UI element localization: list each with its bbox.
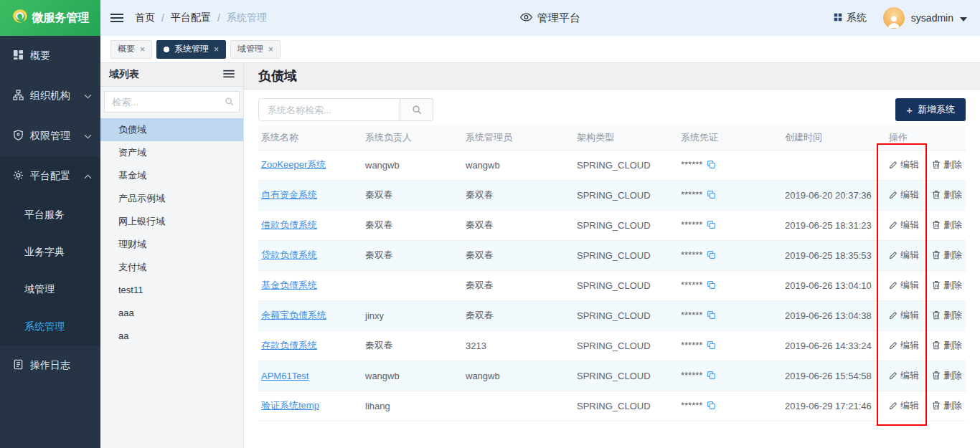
domain-list: 负债域资产域基金域产品示例域网上银行域理财域支付域test11aaaaa [100, 118, 243, 348]
table-header-row: 系统名称系统负责人系统管理员架构类型系统凭证创建时间操作 [258, 125, 966, 150]
domain-list-item[interactable]: 理财域 [100, 233, 243, 256]
domain-list-item[interactable]: 资产域 [100, 141, 243, 164]
grid-icon [834, 12, 842, 24]
app-title: 微服务管理 [32, 11, 90, 26]
system-name-link[interactable]: 存款负债系统 [261, 340, 317, 351]
column-header: 架构类型 [574, 125, 678, 150]
panel-menu-icon[interactable] [223, 69, 235, 80]
sidebar-item-business-dictionary[interactable]: 业务字典 [0, 234, 100, 271]
sidebar-item-permissions[interactable]: 权限管理 [0, 116, 100, 156]
system-search-input[interactable] [258, 98, 400, 121]
edit-button[interactable]: 编辑 [889, 309, 919, 322]
breadcrumb-home[interactable]: 首页 [135, 11, 155, 24]
system-name-link[interactable]: APM61Test [261, 371, 308, 381]
copy-icon[interactable] [707, 340, 716, 352]
systems-table-body: ZooKeeper系统wangwbwangwbSPRING_CLOUD*****… [258, 150, 966, 421]
copy-icon[interactable] [707, 160, 716, 171]
edit-button[interactable]: 编辑 [889, 219, 919, 232]
sidebar-item-overview[interactable]: 概要 [0, 36, 100, 76]
chevron-down-icon[interactable] [960, 12, 967, 24]
domain-search-input[interactable] [104, 91, 240, 113]
domain-list-item[interactable]: 基金域 [100, 164, 243, 187]
domain-list-item[interactable]: 产品示例域 [100, 187, 243, 210]
copy-icon[interactable] [707, 310, 716, 322]
sidebar-item-operation-log[interactable]: 操作日志 [0, 345, 100, 386]
plus-icon: + [906, 104, 913, 116]
table-cell-owner: jinxy [362, 300, 463, 330]
delete-button[interactable]: 删除 [932, 339, 962, 352]
edit-button[interactable]: 编辑 [889, 249, 919, 262]
close-icon[interactable]: × [214, 45, 219, 54]
table-cell-arch: SPRING_CLOUD [574, 361, 678, 391]
delete-button[interactable]: 删除 [932, 158, 962, 171]
eye-icon [520, 12, 532, 24]
table-cell-owner: 秦双春 [362, 180, 463, 210]
copy-icon[interactable] [707, 250, 716, 262]
system-name-link[interactable]: 自有资金系统 [261, 189, 317, 200]
domain-list-item[interactable]: 负债域 [100, 118, 243, 141]
sidebar-item-domain-management[interactable]: 域管理 [0, 271, 100, 308]
table-cell-created: 2019-06-25 18:31:23 [782, 210, 886, 240]
sidebar-toggle-icon[interactable] [110, 13, 123, 23]
system-name-link[interactable]: 基金负债系统 [261, 280, 317, 290]
delete-button[interactable]: 删除 [932, 189, 962, 201]
table-cell-actions: 编辑删除 [886, 180, 966, 210]
logo-swirl-icon [11, 8, 29, 28]
domain-list-item[interactable]: 支付域 [100, 256, 243, 279]
table-cell-credential: ****** [678, 391, 782, 421]
delete-button[interactable]: 删除 [932, 399, 962, 412]
close-icon[interactable]: × [140, 45, 145, 54]
table-cell-credential: ****** [678, 210, 782, 240]
tab-system-management[interactable]: 系统管理 × [156, 40, 226, 59]
sidebar-item-platform-config[interactable]: 平台配置 [0, 156, 100, 196]
edit-button[interactable]: 编辑 [889, 339, 919, 352]
table-row: 存款负债系统秦双春3213SPRING_CLOUD******2019-06-2… [258, 330, 966, 361]
domain-list-item[interactable]: test11 [100, 279, 243, 302]
credential-mask: ****** [681, 310, 702, 320]
sidebar-item-organization[interactable]: 组织机构 [0, 76, 100, 116]
domain-list-item[interactable]: aaa [100, 302, 243, 325]
sidebar-item-platform-services[interactable]: 平台服务 [0, 196, 100, 234]
search-button[interactable] [400, 98, 433, 121]
domain-list-item[interactable]: 网上银行域 [100, 210, 243, 233]
delete-button[interactable]: 删除 [932, 219, 962, 232]
system-switcher[interactable]: 系统 [834, 11, 867, 24]
copy-icon[interactable] [707, 190, 716, 201]
table-row: 验证系统templihangSPRING_CLOUD******2019-06-… [258, 391, 966, 421]
edit-button[interactable]: 编辑 [889, 158, 919, 171]
sidebar-item-system-management[interactable]: 系统管理 [0, 308, 100, 345]
delete-button[interactable]: 删除 [932, 279, 962, 292]
copy-icon[interactable] [707, 401, 716, 412]
table-cell-admin: wangwb [463, 150, 574, 180]
domain-list-item[interactable]: aa [100, 325, 243, 348]
edit-button[interactable]: 编辑 [889, 369, 919, 382]
breadcrumb-platform-config[interactable]: 平台配置 [171, 11, 211, 24]
table-cell-owner [362, 270, 463, 300]
tab-label: 概要 [118, 43, 135, 55]
copy-icon[interactable] [707, 220, 716, 232]
delete-button[interactable]: 删除 [932, 369, 962, 382]
table-cell-created: 2019-06-26 14:33:24 [782, 330, 886, 361]
delete-button[interactable]: 删除 [932, 249, 962, 262]
system-name-link[interactable]: 借款负债系统 [261, 219, 317, 230]
edit-button[interactable]: 编辑 [889, 279, 919, 292]
edit-button[interactable]: 编辑 [889, 189, 919, 201]
table-row: 自有资金系统秦双春秦双春SPRING_CLOUD******2019-06-20… [258, 180, 966, 210]
copy-icon[interactable] [707, 280, 716, 292]
system-name-link[interactable]: 贷款负债系统 [261, 249, 317, 260]
tab-overview[interactable]: 概要 × [110, 40, 152, 59]
system-name-link[interactable]: 余额宝负债系统 [261, 310, 326, 320]
username[interactable]: sysadmin [911, 12, 953, 24]
avatar[interactable] [883, 7, 905, 29]
system-name-link[interactable]: ZooKeeper系统 [261, 159, 326, 170]
copy-icon[interactable] [707, 371, 716, 382]
delete-button[interactable]: 删除 [932, 309, 962, 322]
breadcrumb-separator: / [217, 12, 220, 24]
system-name-link[interactable]: 验证系统temp [261, 400, 319, 411]
table-row: 余额宝负债系统jinxy秦双春SPRING_CLOUD******2019-06… [258, 300, 966, 330]
edit-button[interactable]: 编辑 [889, 399, 919, 412]
tab-domain-management[interactable]: 域管理 × [230, 40, 281, 59]
close-icon[interactable]: × [268, 45, 273, 54]
table-cell-owner: lihang [362, 391, 463, 421]
add-system-button[interactable]: + 新增系统 [895, 98, 966, 121]
